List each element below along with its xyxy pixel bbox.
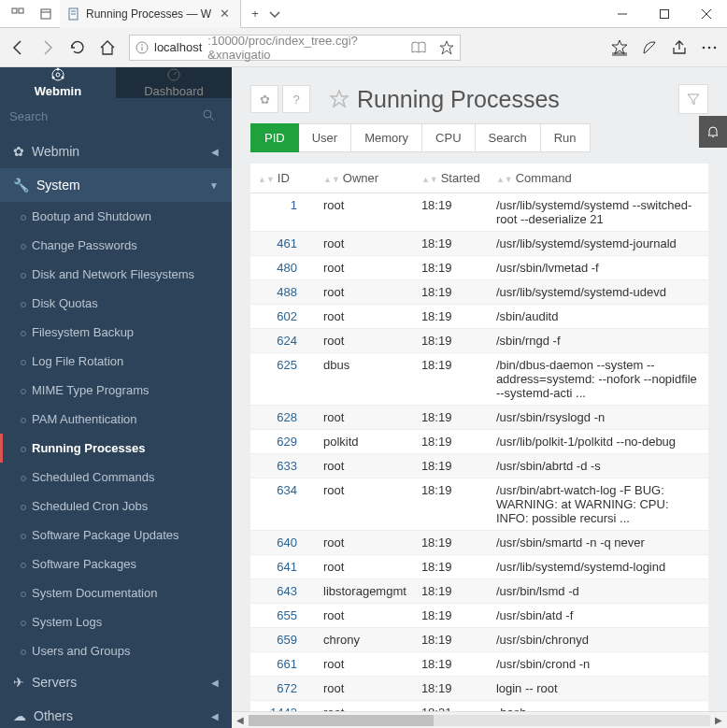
command-cell: /usr/sbin/abrtd -d -s	[489, 454, 708, 478]
table-row: 643libstoragemgmt18:19/usr/bin/lsmd -d	[250, 579, 708, 604]
filter-button[interactable]	[678, 84, 708, 114]
sidebar-item-filesystem-backup[interactable]: Filesystem Backup	[0, 318, 232, 347]
close-window-button[interactable]	[685, 0, 727, 28]
tab-expand-button[interactable]	[269, 8, 297, 20]
home-button[interactable]	[99, 39, 116, 56]
column-id[interactable]: ▲▼ID	[250, 164, 316, 193]
pid-link[interactable]: 640	[277, 535, 297, 550]
sidebar-item-scheduled-commands[interactable]: Scheduled Commands	[0, 463, 232, 492]
minimize-button[interactable]	[601, 0, 643, 28]
pid-cell: 1442	[250, 701, 316, 712]
site-info-icon[interactable]	[135, 41, 149, 54]
menu-group-others[interactable]: ☁Others◀	[0, 699, 232, 728]
set-aside-tabs-icon[interactable]	[32, 0, 60, 28]
pid-link[interactable]: 634	[277, 483, 297, 497]
svg-line-27	[210, 117, 214, 121]
sidebar-search-input[interactable]	[9, 104, 222, 129]
pill-run[interactable]: Run	[541, 123, 591, 152]
maximize-button[interactable]	[643, 0, 685, 28]
pid-cell: 659	[250, 628, 316, 652]
menu-group-servers[interactable]: ✈Servers◀	[0, 665, 232, 699]
owner-cell: root	[316, 531, 414, 555]
pid-link[interactable]: 629	[277, 435, 297, 449]
started-cell: 18:19	[414, 406, 489, 430]
pid-link[interactable]: 480	[277, 261, 297, 275]
pid-link[interactable]: 1	[291, 198, 297, 212]
browser-tab[interactable]: Running Processes — W ✕	[60, 0, 241, 28]
settings-button[interactable]: ✿	[250, 85, 278, 113]
table-row: 655root18:19/usr/sbin/atd -f	[250, 604, 708, 628]
sidebar-item-change-passwords[interactable]: Change Passwords	[0, 231, 232, 260]
column-owner[interactable]: ▲▼Owner	[316, 164, 414, 193]
sidebar-item-running-processes[interactable]: Running Processes	[0, 434, 232, 463]
owner-cell: root	[316, 193, 414, 232]
pid-link[interactable]: 461	[277, 236, 297, 250]
share-button[interactable]	[671, 39, 688, 56]
help-button[interactable]: ?	[282, 85, 310, 113]
sidebar-item-disk-and-network-filesystems[interactable]: Disk and Network Filesystems	[0, 260, 232, 289]
horizontal-scrollbar[interactable]: ◀ ▶	[232, 711, 727, 728]
new-tab-button[interactable]: +	[241, 7, 269, 21]
started-cell: 18:19	[414, 430, 489, 454]
sidebar-item-disk-quotas[interactable]: Disk Quotas	[0, 289, 232, 318]
pill-pid[interactable]: PID	[250, 123, 299, 152]
sidebar-item-bootup-and-shutdown[interactable]: Bootup and Shutdown	[0, 202, 232, 231]
pid-link[interactable]: 661	[277, 657, 297, 671]
back-button[interactable]	[9, 39, 26, 56]
sidebar-item-mime-type-programs[interactable]: MIME Type Programs	[0, 376, 232, 405]
svg-rect-0	[12, 8, 17, 13]
forward-button[interactable]	[39, 39, 56, 56]
column-started[interactable]: ▲▼Started	[414, 164, 489, 193]
pid-link[interactable]: 672	[277, 681, 297, 695]
more-button[interactable]	[701, 39, 718, 56]
pid-link[interactable]: 659	[277, 633, 297, 647]
favorite-icon[interactable]	[329, 89, 349, 109]
search-icon[interactable]	[203, 109, 215, 121]
recent-activity-icon[interactable]	[4, 0, 32, 28]
owner-cell: chrony	[316, 628, 414, 652]
pid-link[interactable]: 625	[277, 358, 297, 372]
pid-link[interactable]: 624	[277, 334, 297, 348]
notes-button[interactable]	[641, 39, 658, 56]
sidebar-item-software-packages[interactable]: Software Packages	[0, 550, 232, 578]
pill-cpu[interactable]: CPU	[422, 123, 475, 152]
table-row: 602root18:19/sbin/auditd	[250, 305, 708, 329]
pid-link[interactable]: 628	[277, 410, 297, 424]
started-cell: 18:19	[414, 353, 489, 406]
sidebar-item-software-package-updates[interactable]: Software Package Updates	[0, 521, 232, 550]
menu-group-webmin[interactable]: ✿ Webmin◀	[0, 135, 232, 168]
address-bar[interactable]: localhost:10000/proc/index_tree.cgi?&xna…	[129, 35, 461, 61]
refresh-button[interactable]	[69, 39, 86, 56]
menu-group-system[interactable]: 🔧 System▼	[0, 168, 232, 202]
favorites-button[interactable]	[611, 39, 628, 56]
pid-link[interactable]: 602	[277, 309, 297, 323]
pill-memory[interactable]: Memory	[351, 123, 422, 152]
favorite-star-icon[interactable]	[439, 40, 454, 55]
sidebar-item-scheduled-cron-jobs[interactable]: Scheduled Cron Jobs	[0, 492, 232, 521]
sidebar-item-log-file-rotation[interactable]: Log File Rotation	[0, 347, 232, 376]
sidebar-item-pam-authentication[interactable]: PAM Authentication	[0, 405, 232, 434]
sidebar-tab-webmin[interactable]: Webmin	[0, 67, 116, 98]
page-title: Running Processes	[357, 86, 560, 113]
pill-search[interactable]: Search	[476, 123, 541, 152]
column-command[interactable]: ▲▼Command	[489, 164, 708, 193]
sidebar-tab-dashboard[interactable]: Dashboard	[116, 67, 232, 98]
sidebar-item-system-documentation[interactable]: System Documentation	[0, 578, 232, 607]
chevron-down-icon: ▼	[209, 180, 219, 191]
pill-user[interactable]: User	[299, 123, 351, 152]
pid-link[interactable]: 641	[277, 560, 297, 574]
notifications-button[interactable]	[699, 116, 727, 148]
scroll-right-icon[interactable]: ▶	[710, 715, 727, 725]
sidebar-item-users-and-groups[interactable]: Users and Groups	[0, 636, 232, 665]
started-cell: 18:19	[414, 478, 489, 531]
pid-link[interactable]: 643	[277, 584, 297, 598]
sidebar-item-system-logs[interactable]: System Logs	[0, 607, 232, 636]
pid-cell: 602	[250, 305, 316, 329]
tab-close-button[interactable]: ✕	[217, 7, 233, 21]
pid-link[interactable]: 633	[277, 459, 297, 473]
reading-view-icon[interactable]	[411, 41, 426, 54]
pid-link[interactable]: 655	[277, 608, 297, 622]
pid-link[interactable]: 488	[277, 285, 297, 299]
scroll-left-icon[interactable]: ◀	[232, 715, 249, 725]
command-cell: /usr/lib/systemd/systemd-udevd	[489, 280, 708, 305]
